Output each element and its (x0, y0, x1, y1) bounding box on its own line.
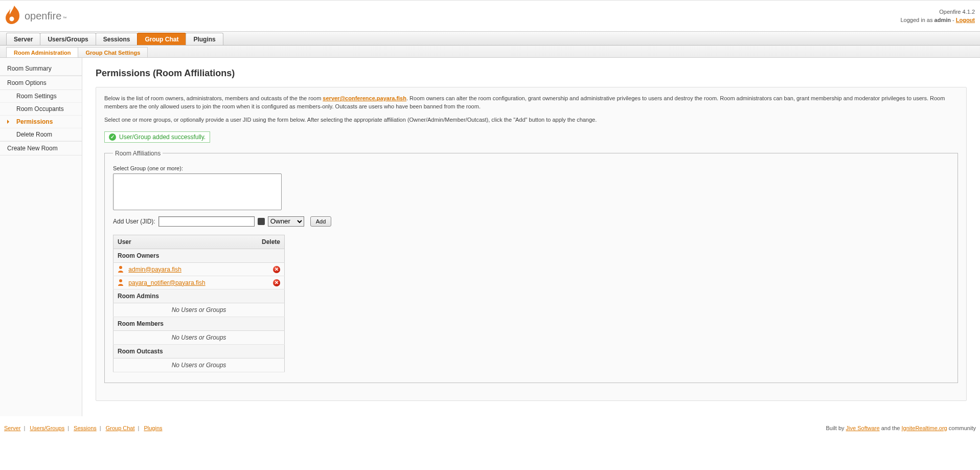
select-group-label: Select Group (one or more): (113, 165, 949, 171)
footer-nav: Server| Users/Groups| Sessions| Group Ch… (4, 425, 163, 431)
section-owners: Room Owners (113, 249, 285, 262)
sub-tab-bar: Room Administration Group Chat Settings (0, 46, 980, 58)
user-icon (118, 265, 124, 273)
fieldset-legend: Room Affiliations (113, 150, 163, 157)
check-icon: ✓ (109, 133, 116, 141)
footer-credit: Built by Jive Software and the IgniteRea… (826, 425, 976, 431)
room-jid-link[interactable]: server@conference.payara.fish (323, 95, 406, 101)
affiliations-fieldset: Room Affiliations Select Group (one or m… (104, 150, 958, 383)
jid-input[interactable] (158, 216, 255, 227)
group-select[interactable] (113, 173, 282, 210)
page-title: Permissions (Room Affiliations) (96, 68, 967, 79)
version-text: Openfire 4.1.2 (900, 8, 975, 16)
tab-group-chat[interactable]: Group Chat (137, 33, 186, 45)
empty-row-outcasts: No Users or Groups (113, 358, 285, 372)
intro-paragraph-2: Select one or more groups, or optionally… (104, 116, 958, 124)
header-bar: openfire™ Openfire 4.1.2 Logged in as ad… (0, 0, 980, 32)
flame-icon (4, 6, 22, 26)
svg-point-3 (119, 279, 122, 282)
page-body: Room Summary Room Options Room Settings … (0, 58, 980, 416)
sidebar: Room Summary Room Options Room Settings … (0, 58, 82, 416)
owner-link-1[interactable]: payara_notifier@payara.fish (128, 279, 205, 286)
user-icon (118, 279, 124, 286)
main-panel: Below is the list of room owners, admini… (96, 87, 967, 401)
footer-link-group-chat[interactable]: Group Chat (106, 425, 135, 431)
jive-link[interactable]: Jive Software (846, 425, 880, 431)
current-user: admin (935, 17, 951, 23)
add-button[interactable]: Add (310, 216, 332, 227)
ignite-link[interactable]: IgniteRealtime.org (901, 425, 947, 431)
footer-link-users-groups[interactable]: Users/Groups (30, 425, 64, 431)
footer-link-sessions[interactable]: Sessions (74, 425, 97, 431)
intro-paragraph-1: Below is the list of room owners, admini… (104, 95, 958, 111)
col-user: User (113, 235, 247, 249)
section-admins: Room Admins (113, 289, 285, 303)
header-status: Openfire 4.1.2 Logged in as admin - Logo… (900, 8, 975, 25)
tab-sessions[interactable]: Sessions (96, 33, 138, 45)
add-user-row: Add User (JID): Owner Admin Member Outca… (113, 216, 949, 227)
section-outcasts: Room Outcasts (113, 344, 285, 358)
sidebar-item-room-summary[interactable]: Room Summary (0, 62, 82, 76)
section-members: Room Members (113, 317, 285, 330)
user-picker-icon[interactable] (258, 218, 265, 225)
logo: openfire™ (4, 6, 66, 26)
subtab-group-chat-settings[interactable]: Group Chat Settings (78, 47, 148, 57)
add-user-label: Add User (JID): (113, 218, 155, 225)
sidebar-item-permissions[interactable]: Permissions (0, 116, 82, 128)
tab-server[interactable]: Server (6, 33, 40, 45)
empty-row-admins: No Users or Groups (113, 303, 285, 317)
delete-icon[interactable]: ✕ (273, 279, 280, 286)
sidebar-item-create-new-room[interactable]: Create New Room (0, 141, 82, 155)
sidebar-item-room-occupants[interactable]: Room Occupants (0, 103, 82, 116)
product-name: openfire™ (25, 10, 66, 22)
login-status: Logged in as admin - Logout (900, 16, 975, 25)
affiliations-table: User Delete Room Owners admin@payara.fis… (113, 235, 285, 372)
tab-users-groups[interactable]: Users/Groups (40, 33, 96, 45)
sidebar-item-room-settings[interactable]: Room Settings (0, 90, 82, 103)
sidebar-item-delete-room[interactable]: Delete Room (0, 128, 82, 141)
tab-plugins[interactable]: Plugins (186, 33, 223, 45)
footer-link-server[interactable]: Server (4, 425, 20, 431)
footer: Server| Users/Groups| Sessions| Group Ch… (0, 416, 980, 436)
affiliation-select[interactable]: Owner Admin Member Outcast (268, 216, 304, 227)
col-delete: Delete (247, 235, 284, 249)
svg-point-2 (119, 266, 122, 269)
logout-link[interactable]: Logout (956, 17, 975, 23)
sidebar-item-room-options[interactable]: Room Options (0, 76, 82, 90)
table-row: admin@payara.fish ✕ (113, 262, 285, 276)
success-text: User/Group added successfully. (119, 133, 206, 141)
owner-link-0[interactable]: admin@payara.fish (128, 266, 181, 273)
delete-icon[interactable]: ✕ (273, 266, 280, 273)
main-tab-bar: Server Users/Groups Sessions Group Chat … (0, 32, 980, 46)
footer-link-plugins[interactable]: Plugins (144, 425, 162, 431)
success-message: ✓ User/Group added successfully. (104, 131, 210, 143)
empty-row-members: No Users or Groups (113, 330, 285, 344)
subtab-room-administration[interactable]: Room Administration (6, 47, 78, 57)
table-row: payara_notifier@payara.fish ✕ (113, 276, 285, 289)
content-area: Permissions (Room Affiliations) Below is… (82, 58, 980, 416)
